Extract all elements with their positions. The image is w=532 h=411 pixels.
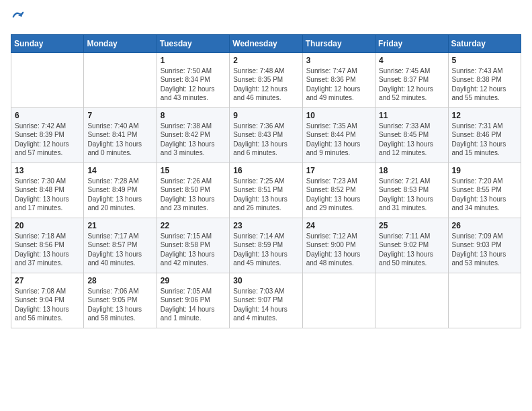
calendar-cell: 24Sunrise: 7:12 AMSunset: 9:00 PMDayligh…: [302, 218, 375, 273]
day-number: 25: [379, 221, 444, 230]
cell-info: Sunrise: 7:38 AMSunset: 8:42 PMDaylight:…: [161, 122, 226, 158]
calendar-cell: 25Sunrise: 7:11 AMSunset: 9:02 PMDayligh…: [375, 218, 448, 273]
cell-info: Sunrise: 7:05 AMSunset: 9:06 PMDaylight:…: [161, 287, 226, 323]
calendar-cell: 29Sunrise: 7:05 AMSunset: 9:06 PMDayligh…: [157, 273, 229, 328]
calendar-week-row: 13Sunrise: 7:30 AMSunset: 8:48 PMDayligh…: [11, 163, 521, 218]
day-number: 3: [306, 56, 371, 65]
day-number: 26: [452, 221, 517, 230]
weekday-header: Friday: [375, 34, 448, 52]
day-number: 1: [161, 56, 226, 65]
cell-info: Sunrise: 7:20 AMSunset: 8:55 PMDaylight:…: [452, 177, 517, 213]
day-number: 23: [233, 221, 298, 230]
weekday-header: Wednesday: [230, 34, 302, 52]
day-number: 18: [379, 166, 444, 175]
calendar-cell: 26Sunrise: 7:09 AMSunset: 9:03 PMDayligh…: [448, 218, 521, 273]
calendar-table: SundayMondayTuesdayWednesdayThursdayFrid…: [11, 34, 521, 328]
day-number: 8: [161, 111, 226, 120]
day-number: 6: [15, 111, 80, 120]
day-number: 12: [452, 111, 517, 120]
calendar-cell: 1Sunrise: 7:50 AMSunset: 8:34 PMDaylight…: [157, 52, 229, 107]
cell-info: Sunrise: 7:21 AMSunset: 8:53 PMDaylight:…: [379, 177, 444, 213]
calendar-week-row: 1Sunrise: 7:50 AMSunset: 8:34 PMDaylight…: [11, 52, 521, 107]
day-number: 9: [233, 111, 298, 120]
day-number: 10: [306, 111, 371, 120]
calendar-cell: 5Sunrise: 7:43 AMSunset: 8:38 PMDaylight…: [448, 52, 521, 107]
calendar-cell: 17Sunrise: 7:23 AMSunset: 8:52 PMDayligh…: [302, 163, 375, 218]
calendar-cell: 16Sunrise: 7:25 AMSunset: 8:51 PMDayligh…: [230, 163, 302, 218]
weekday-header: Thursday: [302, 34, 375, 52]
cell-info: Sunrise: 7:36 AMSunset: 8:43 PMDaylight:…: [233, 122, 298, 158]
day-number: 13: [15, 166, 80, 175]
calendar-cell: 11Sunrise: 7:33 AMSunset: 8:45 PMDayligh…: [375, 107, 448, 163]
cell-info: Sunrise: 7:28 AMSunset: 8:49 PMDaylight:…: [87, 177, 152, 213]
day-number: 22: [161, 221, 226, 230]
cell-info: Sunrise: 7:03 AMSunset: 9:07 PMDaylight:…: [233, 287, 298, 323]
cell-info: Sunrise: 7:47 AMSunset: 8:36 PMDaylight:…: [306, 66, 371, 103]
day-number: 29: [161, 276, 226, 285]
cell-info: Sunrise: 7:30 AMSunset: 8:48 PMDaylight:…: [15, 177, 80, 213]
calendar-cell: 2Sunrise: 7:48 AMSunset: 8:35 PMDaylight…: [230, 52, 302, 107]
calendar-cell: 4Sunrise: 7:45 AMSunset: 8:37 PMDaylight…: [375, 52, 448, 107]
cell-info: Sunrise: 7:14 AMSunset: 8:59 PMDaylight:…: [233, 232, 298, 268]
day-number: 30: [233, 276, 298, 285]
weekday-header: Saturday: [448, 34, 521, 52]
calendar-cell: 20Sunrise: 7:18 AMSunset: 8:56 PMDayligh…: [11, 218, 84, 273]
day-number: 7: [87, 111, 152, 120]
calendar-cell: [375, 273, 448, 328]
calendar-cell: 27Sunrise: 7:08 AMSunset: 9:04 PMDayligh…: [11, 273, 84, 328]
cell-info: Sunrise: 7:33 AMSunset: 8:45 PMDaylight:…: [379, 122, 444, 158]
calendar-cell: 23Sunrise: 7:14 AMSunset: 8:59 PMDayligh…: [230, 218, 302, 273]
weekday-header: Sunday: [11, 34, 84, 52]
calendar-cell: 9Sunrise: 7:36 AMSunset: 8:43 PMDaylight…: [230, 107, 302, 163]
day-number: 11: [379, 111, 444, 120]
calendar-cell: 21Sunrise: 7:17 AMSunset: 8:57 PMDayligh…: [84, 218, 157, 273]
calendar-cell: 15Sunrise: 7:26 AMSunset: 8:50 PMDayligh…: [157, 163, 229, 218]
calendar-cell: 6Sunrise: 7:42 AMSunset: 8:39 PMDaylight…: [11, 107, 84, 163]
cell-info: Sunrise: 7:42 AMSunset: 8:39 PMDaylight:…: [15, 122, 80, 158]
cell-info: Sunrise: 7:11 AMSunset: 9:02 PMDaylight:…: [379, 232, 444, 268]
calendar-cell: 8Sunrise: 7:38 AMSunset: 8:42 PMDaylight…: [157, 107, 229, 163]
page-header: [11, 11, 521, 26]
cell-info: Sunrise: 7:31 AMSunset: 8:46 PMDaylight:…: [452, 122, 517, 158]
logo: [11, 11, 24, 26]
day-number: 14: [87, 166, 152, 175]
day-number: 15: [161, 166, 226, 175]
cell-info: Sunrise: 7:50 AMSunset: 8:34 PMDaylight:…: [161, 66, 226, 103]
cell-info: Sunrise: 7:48 AMSunset: 8:35 PMDaylight:…: [233, 66, 298, 103]
day-number: 4: [379, 56, 444, 65]
calendar-cell: 22Sunrise: 7:15 AMSunset: 8:58 PMDayligh…: [157, 218, 229, 273]
calendar-cell: 12Sunrise: 7:31 AMSunset: 8:46 PMDayligh…: [448, 107, 521, 163]
cell-info: Sunrise: 7:43 AMSunset: 8:38 PMDaylight:…: [452, 66, 517, 103]
calendar-cell: [448, 273, 521, 328]
calendar-header-row: SundayMondayTuesdayWednesdayThursdayFrid…: [11, 34, 521, 52]
day-number: 20: [15, 221, 80, 230]
cell-info: Sunrise: 7:09 AMSunset: 9:03 PMDaylight:…: [452, 232, 517, 268]
cell-info: Sunrise: 7:26 AMSunset: 8:50 PMDaylight:…: [161, 177, 226, 213]
calendar-cell: 13Sunrise: 7:30 AMSunset: 8:48 PMDayligh…: [11, 163, 84, 218]
calendar-cell: [84, 52, 157, 107]
cell-info: Sunrise: 7:23 AMSunset: 8:52 PMDaylight:…: [306, 177, 371, 213]
cell-info: Sunrise: 7:08 AMSunset: 9:04 PMDaylight:…: [15, 287, 80, 323]
weekday-header: Monday: [84, 34, 157, 52]
calendar-cell: 28Sunrise: 7:06 AMSunset: 9:05 PMDayligh…: [84, 273, 157, 328]
weekday-header: Tuesday: [157, 34, 229, 52]
cell-info: Sunrise: 7:15 AMSunset: 8:58 PMDaylight:…: [161, 232, 226, 268]
day-number: 24: [306, 221, 371, 230]
calendar-week-row: 27Sunrise: 7:08 AMSunset: 9:04 PMDayligh…: [11, 273, 521, 328]
calendar-cell: 14Sunrise: 7:28 AMSunset: 8:49 PMDayligh…: [84, 163, 157, 218]
cell-info: Sunrise: 7:40 AMSunset: 8:41 PMDaylight:…: [87, 122, 152, 158]
day-number: 27: [15, 276, 80, 285]
calendar-cell: [11, 52, 84, 107]
calendar-cell: 19Sunrise: 7:20 AMSunset: 8:55 PMDayligh…: [448, 163, 521, 218]
cell-info: Sunrise: 7:18 AMSunset: 8:56 PMDaylight:…: [15, 232, 80, 268]
cell-info: Sunrise: 7:17 AMSunset: 8:57 PMDaylight:…: [87, 232, 152, 268]
day-number: 16: [233, 166, 298, 175]
day-number: 28: [87, 276, 152, 285]
logo-icon: [12, 11, 24, 23]
cell-info: Sunrise: 7:25 AMSunset: 8:51 PMDaylight:…: [233, 177, 298, 213]
day-number: 21: [87, 221, 152, 230]
calendar-cell: 3Sunrise: 7:47 AMSunset: 8:36 PMDaylight…: [302, 52, 375, 107]
cell-info: Sunrise: 7:35 AMSunset: 8:44 PMDaylight:…: [306, 122, 371, 158]
calendar-week-row: 6Sunrise: 7:42 AMSunset: 8:39 PMDaylight…: [11, 107, 521, 163]
cell-info: Sunrise: 7:06 AMSunset: 9:05 PMDaylight:…: [87, 287, 152, 323]
